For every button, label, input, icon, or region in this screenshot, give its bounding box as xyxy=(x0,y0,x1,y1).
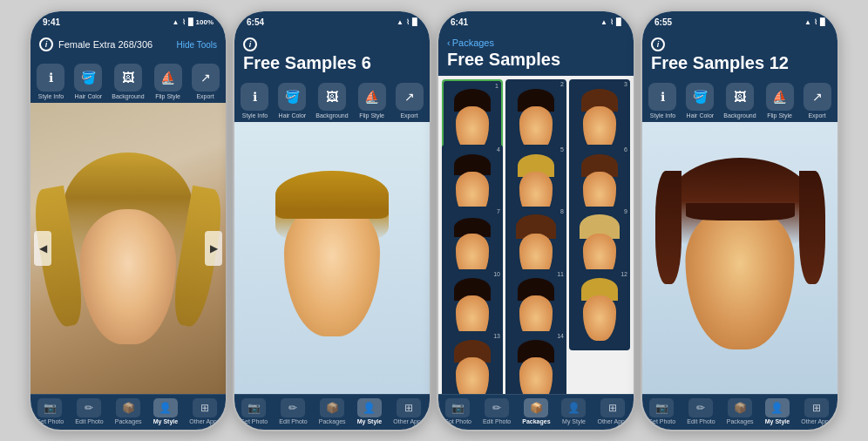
header-2: i Free Samples 6 xyxy=(234,32,430,79)
nav-packages-1[interactable]: 📦 Packages xyxy=(115,398,142,424)
signal-icon-2: ▲ xyxy=(397,18,403,26)
packages-label-3: Packages xyxy=(522,418,550,424)
prev-arrow[interactable]: ◀ xyxy=(34,231,51,266)
nav-other-apps-2[interactable]: ⊞ Other Apps xyxy=(393,398,424,424)
next-arrow[interactable]: ▶ xyxy=(205,231,222,266)
flip-style-btn-4[interactable]: ⛵ Flip Style xyxy=(766,83,794,119)
get-photo-icon-4: 📷 xyxy=(649,398,674,417)
nav-other-apps-1[interactable]: ⊞ Other Apps xyxy=(189,398,220,424)
edit-photo-icon-4: ✏ xyxy=(688,398,713,417)
hair-color-btn-4[interactable]: 🪣 Hair Color xyxy=(686,83,714,119)
packages-label-4: Packages xyxy=(727,418,754,424)
flip-style-btn-1[interactable]: ⛵ Flip Style xyxy=(154,64,182,99)
header-title-2: Free Samples 6 xyxy=(243,53,421,72)
phone-4: 6:55 ▲ ⌇ ▉ i Free Samples 12 ℹ Style Inf… xyxy=(641,10,839,431)
nav-my-style-3[interactable]: 👤 My Style xyxy=(561,398,586,424)
hair-cell-12[interactable]: 12 xyxy=(569,269,630,350)
hair-color-icon-1: 🪣 xyxy=(74,64,102,92)
export-label-2: Export xyxy=(400,112,417,119)
info-icon-2[interactable]: i xyxy=(243,37,257,51)
short-hair xyxy=(275,171,389,219)
hair-color-btn-2[interactable]: 🪣 Hair Color xyxy=(278,83,306,119)
info-icon-4[interactable]: i xyxy=(651,37,665,51)
brown-hair-left xyxy=(655,171,682,284)
export-btn-1[interactable]: ↗ Export xyxy=(192,64,220,99)
phone-1: 9:41 ▲ ⌇ ▉ 100% i Female Extra 268/306 H… xyxy=(29,10,227,431)
nav-get-photo-2[interactable]: 📷 Get Photo xyxy=(241,398,268,424)
export-btn-4[interactable]: ↗ Export xyxy=(804,83,831,119)
phone-2: 6:54 ▲ ⌇ ▉ i Free Samples 6 ℹ Style Info… xyxy=(233,10,431,431)
nav-my-style-1[interactable]: 👤 My Style xyxy=(153,398,178,424)
header-3: ‹ Packages Free Samples xyxy=(438,32,634,76)
edit-photo-label-1: Edit Photo xyxy=(75,418,103,424)
face-2 xyxy=(284,201,380,336)
side-arrows: ◀ ▶ xyxy=(31,231,226,266)
info-icon-1[interactable]: i xyxy=(39,37,53,51)
signal-icon-4: ▲ xyxy=(804,18,811,26)
nav-my-style-4[interactable]: 👤 My Style xyxy=(765,398,790,424)
nav-edit-photo-1[interactable]: ✏ Edit Photo xyxy=(75,398,103,424)
back-row[interactable]: ‹ Packages xyxy=(447,37,625,48)
status-icons-2: ▲ ⌇ ▉ xyxy=(397,18,417,26)
background-btn-1[interactable]: 🖼 Background xyxy=(112,64,144,99)
nav-get-photo-4[interactable]: 📷 Get Photo xyxy=(648,398,676,424)
face xyxy=(80,209,176,344)
flip-style-label-2: Flip Style xyxy=(359,112,384,119)
packages-icon-1: 📦 xyxy=(116,398,140,417)
app-container: 9:41 ▲ ⌇ ▉ 100% i Female Extra 268/306 H… xyxy=(0,0,868,441)
nav-packages-3[interactable]: 📦 Packages xyxy=(522,398,550,424)
hair-color-icon-2: 🪣 xyxy=(278,83,306,111)
nav-get-photo-1[interactable]: 📷 Get Photo xyxy=(37,398,64,424)
background-label-1: Background xyxy=(112,93,144,99)
flip-style-btn-2[interactable]: ⛵ Flip Style xyxy=(358,83,386,119)
style-info-btn-1[interactable]: ℹ Style Info xyxy=(37,64,64,99)
export-label-1: Export xyxy=(196,93,214,99)
get-photo-label-4: Get Photo xyxy=(648,418,676,424)
other-apps-label-3: Other Apps xyxy=(597,418,627,424)
time-2: 6:54 xyxy=(247,17,264,27)
export-label-4: Export xyxy=(808,112,825,119)
nav-edit-photo-2[interactable]: ✏ Edit Photo xyxy=(279,398,307,424)
my-style-icon-nav-2: 👤 xyxy=(357,398,382,417)
wifi-icon-3: ⌇ xyxy=(610,18,614,26)
nav-got-photo-3[interactable]: 📷 Got Photo xyxy=(444,398,471,424)
nav-packages-4[interactable]: 📦 Packages xyxy=(727,398,754,424)
wifi-icon: ⌇ xyxy=(182,18,186,26)
background-btn-2[interactable]: 🖼 Background xyxy=(315,83,348,119)
status-icons-1: ▲ ⌇ ▉ 100% xyxy=(173,18,214,26)
signal-icon-3: ▲ xyxy=(600,18,607,26)
background-btn-4[interactable]: 🖼 Background xyxy=(723,83,756,119)
hair-cell-14[interactable]: 14 xyxy=(505,331,566,394)
other-apps-label-nav-2: Other Apps xyxy=(393,418,424,424)
edit-photo-label-3: Edit Photo xyxy=(483,418,511,424)
bangs xyxy=(686,203,795,220)
time-3: 6:41 xyxy=(451,17,468,27)
nav-edit-photo-4[interactable]: ✏ Edit Photo xyxy=(687,398,715,424)
hair-color-btn-1[interactable]: 🪣 Hair Color xyxy=(74,64,102,99)
battery-icon-4: ▉ xyxy=(820,18,825,26)
bottom-nav-1: 📷 Get Photo ✏ Edit Photo 📦 Packages 👤 My… xyxy=(31,394,226,430)
back-label: Packages xyxy=(452,37,494,48)
nav-other-apps-3[interactable]: ⊞ Other Apps xyxy=(597,398,627,424)
nav-packages-2[interactable]: 📦 Packages xyxy=(319,398,346,424)
packages-label-1: Packages xyxy=(115,418,142,424)
export-btn-2[interactable]: ↗ Export xyxy=(396,83,424,119)
edit-photo-icon-1: ✏ xyxy=(77,398,101,417)
status-icons-4: ▲ ⌇ ▉ xyxy=(804,18,825,26)
nav-edit-photo-3[interactable]: ✏ Edit Photo xyxy=(483,398,511,424)
packages-label-nav-2: Packages xyxy=(319,418,346,424)
hide-tools-btn[interactable]: Hide Tools xyxy=(176,40,217,50)
background-icon-2: 🖼 xyxy=(318,83,346,111)
hair-cell-13[interactable]: 13 xyxy=(442,331,503,394)
my-style-icon-3: 👤 xyxy=(561,398,586,417)
other-apps-icon-4: ⊞ xyxy=(804,398,829,417)
nav-my-style-2[interactable]: 👤 My Style xyxy=(357,398,382,424)
style-info-btn-4[interactable]: ℹ Style Info xyxy=(648,83,676,119)
battery-icon: ▉ xyxy=(188,18,193,26)
back-chevron-icon: ‹ xyxy=(447,37,451,48)
nav-other-apps-4[interactable]: ⊞ Other Apps xyxy=(801,398,831,424)
get-photo-icon-nav-2: 📷 xyxy=(241,398,266,417)
hair-grid: 1 2 3 xyxy=(438,76,634,394)
style-info-btn-2[interactable]: ℹ Style Info xyxy=(241,83,268,119)
header-title-1: Female Extra 268/306 xyxy=(58,39,153,50)
